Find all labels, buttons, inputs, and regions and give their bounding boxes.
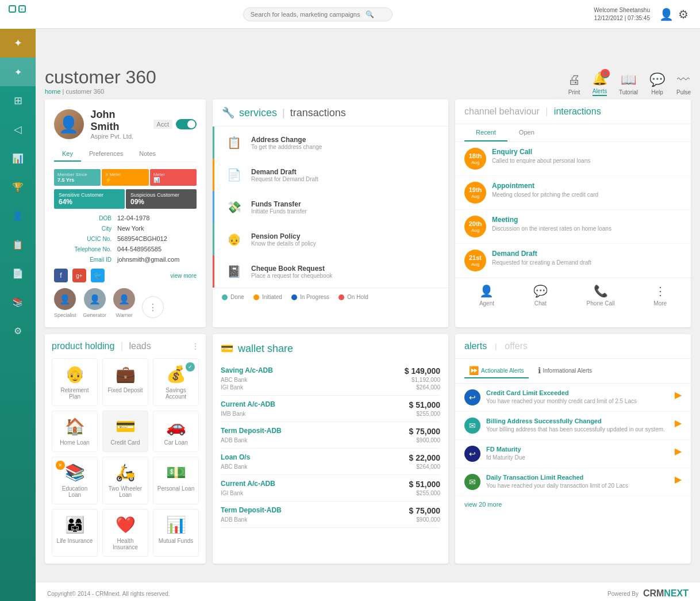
sidebar-item-grid[interactable]: ⊞: [0, 86, 36, 115]
product-retirement[interactable]: 👴 Retirement Plan: [52, 358, 98, 406]
sidebar-item-home[interactable]: ✦: [0, 29, 36, 58]
service-cheque[interactable]: 📓 Cheque Book Request Place a request fo…: [213, 255, 448, 288]
tab-open[interactable]: Open: [507, 124, 546, 141]
sidebar-item-settings[interactable]: ⚙: [0, 316, 36, 345]
tutorial-button[interactable]: 📖 Tutorial: [619, 72, 638, 95]
status-done: Done: [222, 294, 244, 300]
wallet-row-4[interactable]: Current A/c-ADB $ 51,000 IGI Bank $255,0…: [221, 475, 440, 502]
googleplus-icon[interactable]: g+: [72, 269, 86, 282]
tab-preferences[interactable]: Preferences: [81, 147, 131, 162]
svg-text:x: x: [21, 6, 23, 12]
contact-generator[interactable]: 👤 Generator: [83, 288, 107, 318]
view-more-link[interactable]: view more: [170, 273, 197, 279]
date-20: 20th Aug: [464, 216, 486, 238]
tab-actionable[interactable]: ⏩ Actionable Alerts: [464, 363, 529, 378]
status-dots: Done Initiated In Progress On Hold: [213, 288, 448, 306]
product-title: product holding | leads: [52, 341, 151, 351]
product-mutual-funds[interactable]: 📊 Mutual Funds: [153, 509, 199, 557]
search-input[interactable]: [251, 11, 366, 18]
tab-recent[interactable]: Recent: [464, 124, 507, 141]
product-life-insurance[interactable]: 👨‍👩‍👧 Life Insurance: [52, 509, 98, 557]
top-nav: x CRMNEXT 🔍 Welcome Sheetanshu 12/12/201…: [0, 0, 700, 29]
contact-specialist[interactable]: 👤 Specialist: [54, 288, 76, 318]
print-button[interactable]: 🖨 Print: [568, 72, 580, 95]
service-pension[interactable]: 👴 Pension Policy Know the details of pol…: [213, 223, 448, 255]
alert-item-1[interactable]: ✉ Billing Address Successfully Changed Y…: [455, 412, 691, 440]
breadcrumb: home | customer 360: [45, 88, 156, 95]
demand-icon: 📄: [224, 164, 244, 185]
user-icon[interactable]: 👤: [659, 7, 674, 21]
sidebar-item-doc[interactable]: 📄: [0, 259, 36, 288]
wallet-row-3[interactable]: Loan O/s $ 22,000 ABC Bank $264,000: [221, 449, 440, 475]
product-more-icon[interactable]: ⋮: [192, 342, 199, 350]
alert-item-2[interactable]: ↩ FD Maturity fd Maturity Due ▶: [455, 440, 691, 468]
member-since-stat: Member Since 7.5 Yrs: [54, 169, 101, 186]
sidebar-item-trophy[interactable]: 🏆: [0, 173, 36, 201]
alert-item-3[interactable]: ✉ Daily Transaction Limit Reached You ha…: [455, 468, 691, 496]
wallet-row-1[interactable]: Current A/c-ADB $ 51,000 IMB Bank $255,0…: [221, 396, 440, 422]
contact-warner[interactable]: 👤 Warner: [113, 288, 135, 318]
suspicious-stat: Suspicious Customer 09%: [126, 189, 197, 209]
product-health-insurance[interactable]: ❤️ Health Insurance: [102, 509, 148, 557]
alerts-header: alerts | offers: [455, 334, 691, 359]
pulse-button[interactable]: 〰 Pulse: [676, 72, 691, 95]
service-demand[interactable]: 📄 Demand Draft Request for Demand Draft: [213, 159, 448, 191]
tab-key[interactable]: Key: [54, 147, 81, 162]
tab-notes[interactable]: Notes: [131, 147, 164, 162]
wallet-row-0[interactable]: Saving A/c-ADB $ 149,000 ABC Bank $1,192…: [221, 362, 440, 396]
acct-toggle[interactable]: Acct: [153, 119, 197, 129]
customer-header: 👤 John Smith Aspire Pvt. Ltd. Acct: [54, 109, 197, 140]
health-insurance-icon: ❤️: [116, 515, 136, 534]
product-personal-loan[interactable]: 💵 Personal Loan: [153, 457, 199, 504]
pension-icon: 👴: [224, 229, 244, 250]
product-car-loan[interactable]: 🚗 Car Loan: [153, 411, 199, 452]
alerts-button[interactable]: 🔔 5 Alerts: [592, 71, 607, 96]
help-button[interactable]: 💬 Help: [649, 72, 665, 95]
twitter-icon[interactable]: 🐦: [91, 269, 105, 282]
service-address[interactable]: 📋 Address Change To get the adddress cha…: [213, 127, 448, 159]
product-home-loan[interactable]: 🏠 Home Loan: [52, 411, 98, 452]
settings-icon[interactable]: ⚙: [678, 7, 689, 21]
product-credit-card[interactable]: 💳 Credit Card: [102, 411, 148, 452]
product-savings[interactable]: ✓ 💰 Savings Account: [153, 358, 199, 406]
credit-card-icon: 💳: [116, 417, 136, 436]
breadcrumb-home[interactable]: home: [45, 88, 61, 95]
channel-agent[interactable]: 👤 Agent: [479, 284, 494, 307]
search-bar[interactable]: 🔍: [243, 7, 393, 21]
channel-chat[interactable]: 💬 Chat: [533, 284, 548, 307]
channel-header: channel behaviour | interactions: [455, 99, 691, 124]
wallet-row-2[interactable]: Term Deposit-ADB $ 75,000 ADB Bank $900,…: [221, 422, 440, 449]
dob-row: DOB 12-04-1978: [54, 215, 197, 221]
product-education[interactable]: ✕ 📚 Education Loan: [52, 457, 98, 504]
timeline-item-2[interactable]: 20th Aug Meeting Discussion on the inter…: [455, 210, 691, 244]
sidebar-item-book[interactable]: 📚: [0, 288, 36, 316]
date-19: 19th Aug: [464, 182, 486, 204]
product-fixed-deposit[interactable]: 💼 Fixed Deposit: [102, 358, 148, 406]
avatar: 👤: [54, 109, 84, 139]
sidebar-item-user[interactable]: 👤: [0, 201, 36, 230]
life-insurance-icon: 👨‍👩‍👧: [65, 515, 85, 534]
timeline-item-0[interactable]: 18th Aug Enquiry Call Called to enquire …: [455, 142, 691, 176]
channel-more[interactable]: ⋮ More: [653, 284, 667, 307]
date-18: 18th Aug: [464, 148, 486, 170]
sidebar-item-clipboard[interactable]: 📋: [0, 230, 36, 259]
status-onhold: On Hold: [339, 294, 368, 300]
timeline-item-1[interactable]: 19th Aug Appointment Meeting closed for …: [455, 176, 691, 210]
timeline-item-3[interactable]: 21st Aug Demand Draft Requested for crea…: [455, 244, 691, 278]
sidebar-item-customers[interactable]: ✦: [0, 58, 36, 86]
view-more-alerts[interactable]: view 20 more: [455, 496, 691, 512]
view-more-contacts[interactable]: ⋮: [142, 296, 164, 318]
sidebar-item-chart[interactable]: 📊: [0, 144, 36, 173]
tab-informational[interactable]: ℹ Informational Alerts: [533, 363, 597, 378]
service-funds[interactable]: 💸 Funds Transfer Initiate Funds transfer: [213, 191, 448, 223]
acct-toggle-btn[interactable]: [176, 119, 197, 129]
home-loan-icon: 🏠: [65, 417, 85, 436]
city-row: City New York: [54, 225, 197, 232]
wallet-row-5[interactable]: Term Deposit-ADB $ 75,000 ADB Bank $900,…: [221, 502, 440, 528]
product-two-wheeler[interactable]: 🛵 Two Wheeler Loan: [102, 457, 148, 504]
facebook-icon[interactable]: f: [54, 269, 68, 282]
sidebar-item-back[interactable]: ◁: [0, 115, 36, 144]
channel-phone[interactable]: 📞 Phone Call: [587, 284, 615, 307]
alert-item-0[interactable]: ↩ Credit Card Limit Exceeded You have re…: [455, 384, 691, 412]
top-icons: 👤 ⚙: [659, 7, 689, 21]
